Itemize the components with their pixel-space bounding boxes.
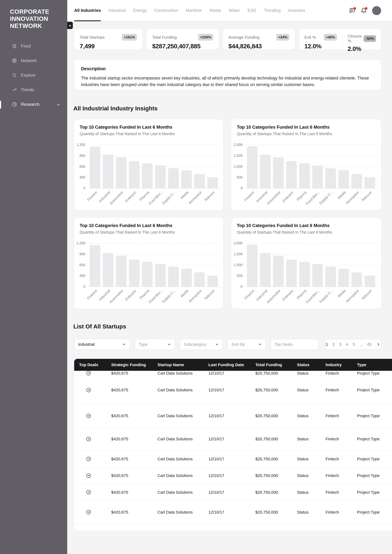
top-deal-check-icon[interactable] <box>74 437 108 442</box>
top-deal-check-icon[interactable] <box>74 510 108 514</box>
filter-select-type[interactable]: Type <box>135 339 175 350</box>
pagination-next-icon[interactable] <box>376 342 380 346</box>
x-axis-tick-label: Food-Bev... <box>147 288 163 304</box>
bar-pharma <box>299 163 310 188</box>
description-title: Description <box>81 66 374 71</box>
x-axis-tick-label: Aerospace <box>345 288 360 303</box>
sidebar-item-explore[interactable]: Explore <box>0 71 67 79</box>
table-row[interactable]: $420,675 Carl Data Solutions 12/10/17 $2… <box>74 451 392 467</box>
tab-waste[interactable]: Waste <box>209 0 221 21</box>
top-deal-check-icon[interactable] <box>74 473 108 478</box>
tab-trending[interactable]: Trending <box>264 0 280 21</box>
cell-type: Project Type <box>354 371 392 376</box>
cell-total-funding: $20,750,000 <box>253 457 294 461</box>
tab-construction[interactable]: Construction <box>154 0 178 21</box>
table-row[interactable]: $420,675 Carl Data Solutions 12/10/17 $2… <box>74 428 392 451</box>
stat-value: 12.0% <box>304 43 337 50</box>
bar-supply-c <box>168 168 179 188</box>
cell-status: Status <box>294 437 323 441</box>
cell-strategic-funding: $420,675 <box>108 510 155 514</box>
sidebar-item-label: Trends <box>21 87 34 92</box>
messages-icon[interactable] <box>349 8 355 14</box>
user-avatar[interactable] <box>372 6 381 15</box>
sidebar-collapse-button[interactable]: « <box>67 22 73 29</box>
table-row[interactable]: $420,675 Carl Data Solutions 12/10/17 $2… <box>74 467 392 484</box>
filter-select-sort-by[interactable]: Sort By <box>228 339 266 350</box>
filter-select-subcategory[interactable]: Subcategory <box>180 339 223 350</box>
top-deal-check-icon[interactable] <box>74 371 108 376</box>
gridline <box>88 188 220 189</box>
sidebar-item-network[interactable]: Network <box>0 56 67 65</box>
sidebar-item-label: Network <box>21 58 37 63</box>
gridline <box>245 287 378 287</box>
chart-title: Top 10 Categories Funded In Last 6 Month… <box>237 223 329 228</box>
y-axis-tick-label: 600 <box>74 263 85 267</box>
filter-label: Subcategory <box>184 342 207 347</box>
bar-industrial <box>260 253 271 287</box>
pagination-page-1[interactable]: 1 <box>326 342 328 347</box>
tab-energy[interactable]: Energy <box>133 0 147 21</box>
stat-card-total-funding: Total Funding +230% $287,250,407,885 <box>147 29 219 49</box>
x-axis-tick-label: Supply-C... <box>318 190 334 205</box>
sidebar-item-feed[interactable]: Feed <box>0 42 67 50</box>
cell-status: Status <box>294 371 323 376</box>
stat-closure: Closure % -50% 2.0% <box>342 34 381 49</box>
chevron-down-icon <box>258 342 262 346</box>
table-row[interactable]: $420,675 Carl Data Solutions 12/10/17 $2… <box>74 376 392 404</box>
cell-strategic-funding: $420,675 <box>108 457 155 461</box>
table-row[interactable]: $420,675 Carl Data Solutions 12/10/17 $2… <box>74 404 392 428</box>
pagination-page-3[interactable]: 3 <box>339 342 342 347</box>
description-body: The industrial startup sector encompasse… <box>81 75 374 88</box>
y-axis-tick-label: 900 <box>74 252 85 256</box>
sidebar-item-research[interactable]: Research <box>0 100 67 108</box>
bar-enterpric <box>286 161 297 188</box>
cell-total-funding: $20,750,000 <box>253 490 294 495</box>
column-header-status: Status <box>294 363 323 367</box>
top-deal-check-icon[interactable] <box>74 388 108 393</box>
cell-type: Project Type <box>354 510 392 514</box>
top-deal-check-icon[interactable] <box>74 414 108 418</box>
top-deal-check-icon[interactable] <box>74 490 108 495</box>
pagination-page-2[interactable]: 2 <box>332 342 335 347</box>
tab-water[interactable]: Water <box>229 0 240 21</box>
tab-all-industries[interactable]: All Industries <box>74 0 101 21</box>
y-axis-tick-label: 0 <box>231 186 243 190</box>
cell-last-funding-date: 12/10/17 <box>206 490 253 495</box>
pagination-page-61[interactable]: 61 <box>367 342 372 347</box>
sidebar-item-trends[interactable]: Trends <box>0 86 67 94</box>
tab-esg[interactable]: ESG <box>248 0 256 21</box>
tab-maritime[interactable]: Maritime <box>186 0 202 21</box>
cell-last-funding-date: 12/10/17 <box>206 414 253 418</box>
x-axis-tick-label: Finance <box>86 288 98 300</box>
bar-pharma <box>142 163 153 188</box>
filter-select-industrial[interactable]: Industrial <box>74 339 130 350</box>
x-axis-tick-label: Supply-C... <box>161 190 176 205</box>
bar-enterpric <box>129 259 140 287</box>
chart-card-3: Top 10 Categories Funded In Last 6 Month… <box>74 218 223 309</box>
top-deal-check-icon[interactable] <box>74 456 108 461</box>
tab-industrial[interactable]: Industrial <box>108 0 126 21</box>
bar-food-bev <box>312 166 323 188</box>
cell-type: Project Type <box>354 457 392 461</box>
x-axis-tick-label: Food-Bev... <box>305 190 321 206</box>
bar-food-bev <box>312 264 323 287</box>
tab-investors[interactable]: Investors <box>288 0 305 21</box>
table-row[interactable]: $420,675 Carl Data Solutions 12/10/17 $2… <box>74 501 392 524</box>
filter-label: Sort By <box>231 342 245 347</box>
bar-automotive <box>116 255 126 287</box>
x-axis-tick-label: Media <box>180 190 189 200</box>
table-row[interactable]: $420,675 Carl Data Solutions 12/10/17 $2… <box>74 484 392 501</box>
filter-input-top-deals[interactable]: Top Deals <box>271 339 319 350</box>
y-axis-tick-label: 500 <box>231 175 243 179</box>
table-row[interactable]: $420,675 Carl Data Solutions 12/10/17 $2… <box>74 371 392 376</box>
chevron-down-icon <box>215 342 219 346</box>
notifications-icon[interactable] <box>361 8 367 14</box>
x-axis-tick-label: Automotive <box>109 190 124 206</box>
pagination-page-4[interactable]: 4 <box>346 342 348 347</box>
cell-strategic-funding: $420,675 <box>108 414 155 418</box>
cell-industry: Fintech <box>323 457 354 461</box>
bar-automotive <box>273 256 284 287</box>
main-area: All IndustriesIndustrialEnergyConstructi… <box>67 0 392 554</box>
startups-filters: Industrial Type Subcategory Sort By Top … <box>74 339 381 350</box>
pagination-page-5[interactable]: 5 <box>353 342 355 347</box>
